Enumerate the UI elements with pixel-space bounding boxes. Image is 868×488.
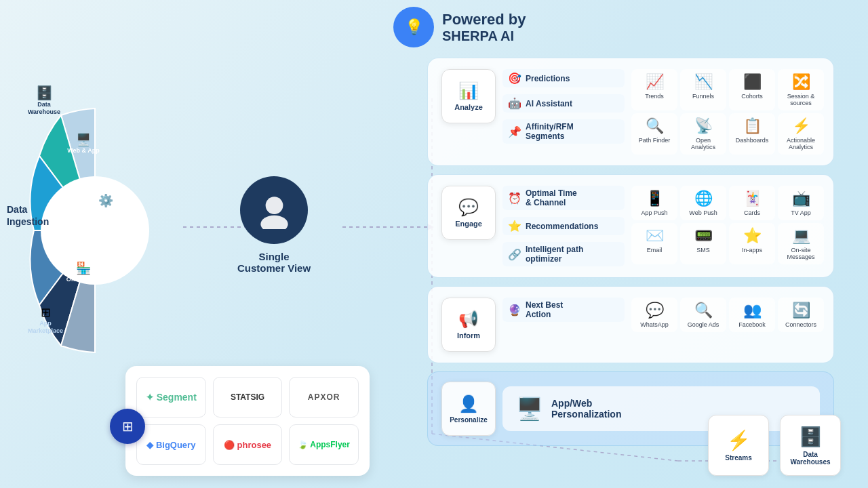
icon-dashboards[interactable]: 📋 Dashboards <box>729 113 775 155</box>
icon-trends[interactable]: 📈 Trends <box>631 69 677 110</box>
icon-sms[interactable]: 📟 SMS <box>680 223 726 264</box>
personalize-button[interactable]: 👤 Personalize <box>441 382 496 436</box>
tv-app-icon: 📺 <box>792 190 810 207</box>
feature-next-best-action[interactable]: 🔮 Next Best Action <box>502 298 625 322</box>
logo-bigquery[interactable]: ◆ BigQuery <box>136 424 206 465</box>
segment-app-marketplace[interactable]: ⊞ AppMarketplace <box>22 305 69 335</box>
segment-offline-data[interactable]: 🏪 Offline Data <box>60 261 107 283</box>
actionable-icon: ⚡ <box>792 117 810 135</box>
personalization-label: App/Web Personalization <box>551 398 621 420</box>
connectors-icon: 🔄 <box>792 302 810 319</box>
engage-section: 💬 Engage ⏰ Optimal Time & Channel ⭐ Reco… <box>427 174 834 278</box>
engage-icons-grid: 📱 App Push 🌐 Web Push 🃏 Cards 📺 TV App ✉… <box>631 186 824 264</box>
feature-recommendations[interactable]: ⭐ Recommendations <box>502 217 625 235</box>
facebook-icon: 👥 <box>743 302 762 319</box>
analyze-section: 📊 Analyze 🎯 Predictions 🤖 AI Assistant 📌… <box>427 58 834 166</box>
logo-segment[interactable]: ✦ Segment <box>136 377 206 418</box>
personalization-icon: 🖥️ <box>516 396 543 422</box>
customer-label-line2: Customer View <box>237 262 311 274</box>
icon-connectors[interactable]: 🔄 Connectors <box>778 298 824 332</box>
logo-appsflyer[interactable]: 🍃 AppsFlyer <box>289 424 359 465</box>
personalize-label: Personalize <box>450 416 488 424</box>
feature-intelligent-path[interactable]: 🔗 Intelligent path optimizer <box>502 242 625 266</box>
feature-affinity-rfm[interactable]: 📌 Affinity/RFM Segments <box>502 119 625 144</box>
session-icon: 🔀 <box>792 73 810 91</box>
icon-whatsapp[interactable]: 💬 WhatsApp <box>631 298 677 332</box>
analyze-features: 🎯 Predictions 🤖 AI Assistant 📌 Affinity/… <box>502 69 625 144</box>
segment-web-app[interactable]: 🖥️ Web & App <box>60 132 107 155</box>
icon-in-apps[interactable]: ⭐ In-apps <box>729 223 775 264</box>
analyze-icons-grid: 📈 Trends 📉 Funnels ⬛ Cohorts 🔀 Session &… <box>631 69 824 155</box>
cohorts-icon: ⬛ <box>743 73 762 91</box>
dashboards-icon: 📋 <box>743 117 762 135</box>
icon-cards[interactable]: 🃏 Cards <box>729 186 775 220</box>
single-customer-view: Single Customer View <box>237 176 311 274</box>
icon-actionable-analytics[interactable]: ⚡ Actionable Analytics <box>778 113 824 155</box>
actionable-label: Actionable Analytics <box>787 137 815 150</box>
logo-statsig[interactable]: STATSIG <box>213 377 283 418</box>
analyze-label: Analyze <box>454 103 483 111</box>
cards-icon: 🃏 <box>743 190 762 207</box>
main-panel: 📊 Analyze 🎯 Predictions 🤖 AI Assistant 📌… <box>427 58 834 454</box>
icon-facebook[interactable]: 👥 Facebook <box>729 298 775 332</box>
google-ads-icon: 🔍 <box>694 302 713 319</box>
inform-button[interactable]: 📢 Inform <box>441 298 496 352</box>
trends-icon: 📈 <box>646 73 664 91</box>
icon-on-site-messages[interactable]: 💻 On-site Messages <box>778 223 824 264</box>
affinity-icon: 📌 <box>508 125 521 138</box>
icon-app-push[interactable]: 📱 App Push <box>631 186 677 220</box>
output-data-warehouses[interactable]: 🗄️ Data Warehouses <box>780 415 841 476</box>
ai-assistant-label: AI Assistant <box>526 99 572 108</box>
feature-predictions[interactable]: 🎯 Predictions <box>502 69 625 87</box>
marketplace-circle-icon: ⊞ <box>122 418 134 434</box>
app-push-icon: 📱 <box>646 190 664 207</box>
feature-optimal-time[interactable]: ⏰ Optimal Time & Channel <box>502 186 625 210</box>
icon-path-finder[interactable]: 🔍 Path Finder <box>631 113 677 155</box>
streams-icon: ⚡ <box>727 429 751 451</box>
sms-icon: 📟 <box>694 227 713 245</box>
sherpa-title: Powered by SHERPA AI <box>442 11 526 44</box>
data-warehouses-icon: 🗄️ <box>799 426 823 448</box>
icon-session-sources[interactable]: 🔀 Session & sources <box>778 69 824 110</box>
engage-icon: 💬 <box>458 198 479 217</box>
session-label: Session & sources <box>787 93 815 106</box>
icon-cohorts[interactable]: ⬛ Cohorts <box>729 69 775 110</box>
optimal-time-label: Optimal Time & Channel <box>526 188 577 207</box>
customer-avatar <box>240 176 308 244</box>
ai-assistant-icon: 🤖 <box>508 97 521 110</box>
inform-label: Inform <box>457 331 480 340</box>
predictions-label: Predictions <box>526 74 570 83</box>
sherpa-logo: 💡 <box>393 7 434 47</box>
intelligent-path-label: Intelligent path optimizer <box>526 245 583 264</box>
recommendations-icon: ⭐ <box>508 220 521 232</box>
marketplace-circle-button[interactable]: ⊞ <box>110 409 145 444</box>
feature-ai-assistant[interactable]: 🤖 AI Assistant <box>502 94 625 113</box>
in-apps-icon: ⭐ <box>743 227 762 245</box>
icon-open-analytics[interactable]: 📡 Open Analytics <box>680 113 726 155</box>
predictions-icon: 🎯 <box>508 72 521 85</box>
segment-api-backend[interactable]: ⚙️ API(Backend) <box>80 193 131 223</box>
icon-tv-app[interactable]: 📺 TV App <box>778 186 824 220</box>
header: 💡 Powered by SHERPA AI <box>393 7 526 47</box>
icon-google-ads[interactable]: 🔍 Google Ads <box>680 298 726 332</box>
streams-label: Streams <box>725 454 751 462</box>
powered-by-text: Powered by SHERPA AI <box>442 11 526 44</box>
logo-phrosee[interactable]: 🔴 phrosee <box>213 424 283 465</box>
on-site-label: On-site Messages <box>787 247 814 260</box>
analyze-button[interactable]: 📊 Analyze <box>441 69 496 123</box>
partner-logos-panel: ✦ Segment STATSIG APXOR ◆ BigQuery 🔴 phr… <box>125 366 370 476</box>
analyze-icon: 📊 <box>458 81 479 100</box>
icon-web-push[interactable]: 🌐 Web Push <box>680 186 726 220</box>
engage-button[interactable]: 💬 Engage <box>441 186 496 240</box>
bottom-outputs: ⚡ Streams 🗄️ Data Warehouses <box>708 415 841 476</box>
personalize-icon: 👤 <box>458 394 479 413</box>
icon-email[interactable]: ✉️ Email <box>631 223 677 264</box>
logo-apxor[interactable]: APXOR <box>289 377 359 418</box>
sherpa-icon: 💡 <box>405 18 423 36</box>
data-warehouses-label: Data Warehouses <box>790 451 830 466</box>
output-streams[interactable]: ⚡ Streams <box>708 415 769 476</box>
segment-data-warehouse[interactable]: 🗄️ DataWarehouse <box>20 85 68 116</box>
icon-funnels[interactable]: 📉 Funnels <box>680 69 726 110</box>
email-icon: ✉️ <box>646 227 664 245</box>
funnels-icon: 📉 <box>694 73 713 91</box>
